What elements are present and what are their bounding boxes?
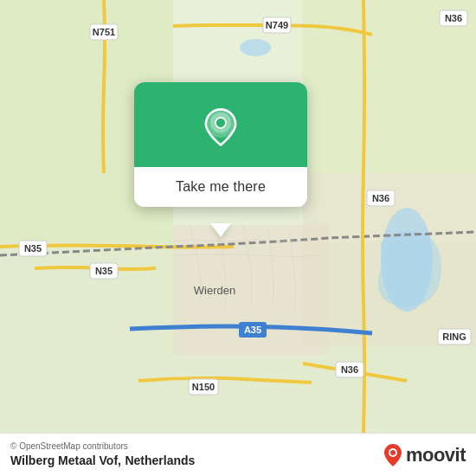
svg-text:Wierden: Wierden [194,284,235,297]
svg-text:N150: N150 [192,382,215,392]
svg-text:N751: N751 [93,27,115,37]
moovit-text: moovit [406,444,466,466]
place-info: Wilberg Metaal Vof, Netherlands [10,453,195,468]
svg-text:N36: N36 [445,13,462,23]
location-pin-icon [200,106,241,148]
svg-point-7 [240,39,271,56]
svg-text:N749: N749 [266,20,288,30]
place-name: Wilberg Metaal Vof, [10,453,121,467]
bottom-bar: © OpenStreetMap contributors Wilberg Met… [0,433,476,476]
map: N36 N751 N749 N36 N35 N35 Wierden A35 N1… [0,0,476,433]
svg-text:A35: A35 [244,325,261,335]
moovit-pin-icon [383,443,402,467]
svg-text:N35: N35 [24,243,42,254]
country-name: Netherlands [125,453,195,467]
popup-card: Take me there [134,82,307,207]
moovit-logo: moovit [383,443,466,467]
svg-point-34 [390,450,396,455]
bottom-left: © OpenStreetMap contributors Wilberg Met… [10,441,195,468]
take-me-there-button[interactable]: Take me there [134,167,307,207]
copyright-text: © OpenStreetMap contributors [10,441,195,451]
svg-point-32 [216,119,225,127]
svg-text:N36: N36 [372,193,389,203]
svg-text:RING: RING [442,331,466,342]
svg-text:N35: N35 [95,266,113,276]
svg-text:N36: N36 [341,364,358,375]
popup-green-area [134,82,307,167]
popup-pointer [210,223,231,237]
